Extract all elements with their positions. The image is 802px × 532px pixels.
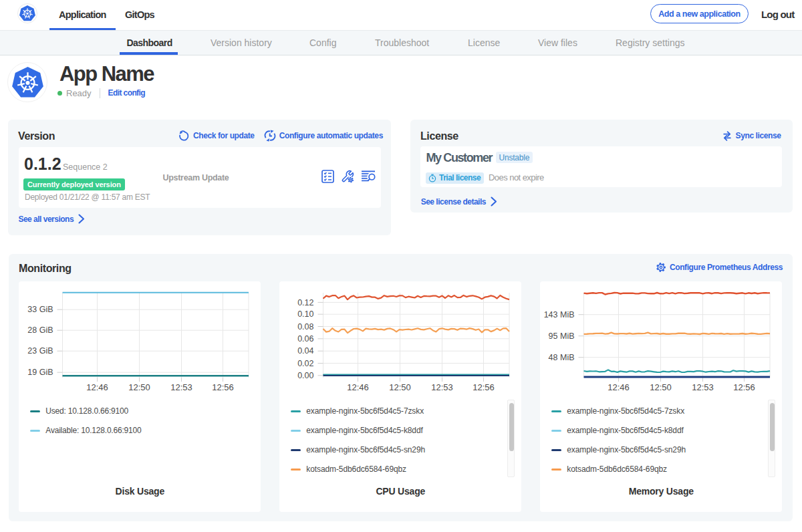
svg-text:12:46: 12:46 (87, 382, 109, 392)
svg-text:12:50: 12:50 (129, 382, 151, 392)
svg-text:0.10: 0.10 (297, 309, 313, 319)
svg-text:28 GiB: 28 GiB (28, 325, 53, 335)
svg-text:48 MiB: 48 MiB (549, 353, 575, 362)
svg-text:12:56: 12:56 (734, 382, 756, 392)
svg-text:12:50: 12:50 (650, 382, 672, 392)
svg-text:23 GiB: 23 GiB (28, 346, 53, 356)
svg-text:0.12: 0.12 (297, 297, 313, 307)
svg-text:12:53: 12:53 (432, 382, 454, 392)
svg-text:143 MiB: 143 MiB (544, 310, 575, 319)
svg-text:19 GiB: 19 GiB (28, 368, 53, 377)
svg-text:12:46: 12:46 (608, 382, 630, 392)
svg-text:0.04: 0.04 (297, 346, 313, 356)
svg-text:0.06: 0.06 (297, 334, 313, 344)
svg-text:0.08: 0.08 (297, 321, 313, 331)
svg-text:0.02: 0.02 (297, 358, 313, 368)
svg-text:12:53: 12:53 (171, 382, 193, 392)
svg-text:0.00: 0.00 (297, 371, 313, 380)
svg-text:33 GiB: 33 GiB (28, 305, 53, 314)
svg-text:12:53: 12:53 (692, 382, 714, 392)
svg-text:95 MiB: 95 MiB (549, 331, 575, 341)
svg-text:12:56: 12:56 (213, 382, 235, 392)
svg-text:12:46: 12:46 (348, 382, 370, 392)
svg-text:12:50: 12:50 (390, 382, 412, 392)
svg-text:12:56: 12:56 (473, 382, 495, 392)
